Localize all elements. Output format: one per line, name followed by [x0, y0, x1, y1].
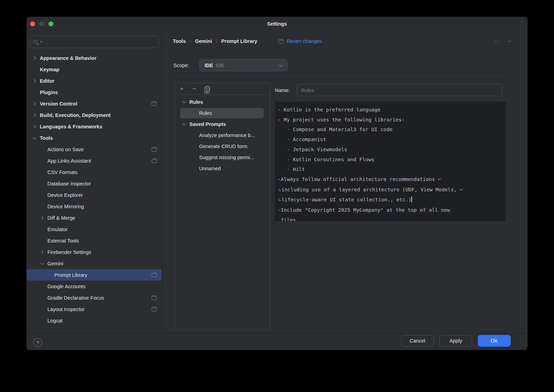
editor-line: files: [278, 215, 503, 221]
prompt-item-label: Rules: [199, 110, 212, 116]
settings-search-input[interactable]: [44, 39, 155, 45]
scope-row: Scope:: [173, 59, 189, 71]
sidebar-item-editor[interactable]: Editor: [27, 75, 162, 86]
sidebar-item-label: Gemini: [47, 261, 63, 266]
scope-dropdown[interactable]: IDE IDE: [199, 59, 287, 71]
sidebar-item-gradle-declarative-focus[interactable]: Gradle Declarative Focus: [27, 292, 162, 303]
chevron-right-icon[interactable]: [30, 102, 38, 105]
prompt-tree: RulesRulesSaved PromptsAnalyze performan…: [175, 97, 270, 174]
sidebar-item-device-mirroring[interactable]: Device Mirroring: [27, 201, 162, 212]
sidebar-item-logcat[interactable]: Logcat: [27, 315, 162, 326]
editor-line: ↳lifecycle-aware UI state collection., e…: [278, 195, 503, 205]
titlebar[interactable]: Settings: [27, 17, 527, 31]
chevron-right-icon[interactable]: [30, 57, 38, 59]
search-options-caret-icon[interactable]: [40, 41, 42, 43]
sidebar-item-version-control[interactable]: Version Control: [27, 98, 162, 109]
ide-settings-icon: [278, 39, 284, 44]
duplicate-prompt-button[interactable]: [203, 85, 211, 93]
ok-button[interactable]: OK: [478, 335, 511, 347]
sidebar-item-keymap[interactable]: Keymap: [27, 64, 162, 75]
prompt-item-unnamed[interactable]: Unnamed: [175, 163, 270, 174]
editor-line: - Kotlin is the preferred language: [278, 105, 503, 115]
prompt-group-saved-prompts[interactable]: Saved Prompts: [175, 119, 270, 130]
sidebar-item-languages-frameworks[interactable]: Languages & Frameworks: [27, 121, 162, 132]
sidebar-item-prompt-library[interactable]: Prompt Library: [27, 269, 162, 281]
chevron-right-icon[interactable]: [30, 125, 38, 128]
soft-wrap-end-icon: ↵: [460, 187, 464, 192]
sidebar-item-tools[interactable]: Tools: [27, 132, 162, 144]
forward-arrow-icon[interactable]: →: [506, 37, 512, 44]
cancel-button[interactable]: Cancel: [401, 335, 434, 347]
prompt-item-label: Unnamed: [199, 166, 221, 171]
chevron-right-icon[interactable]: [38, 217, 46, 219]
back-arrow-icon[interactable]: ←: [494, 37, 500, 44]
prompt-item-rules[interactable]: Rules: [175, 108, 270, 119]
sidebar-item-build-execution-deployment[interactable]: Build, Execution, Deployment: [27, 109, 162, 121]
breadcrumb-separator: ›: [190, 38, 191, 44]
soft-wrap-start-icon: ↳: [278, 197, 282, 202]
chevron-glyph: [40, 261, 44, 265]
prompt-name-input[interactable]: [297, 84, 502, 96]
sidebar-item-appearance-behavior[interactable]: Appearance & Behavior: [27, 52, 162, 64]
sidebar-item-diff-merge[interactable]: Diff & Merge: [27, 212, 162, 224]
sidebar-item-external-tools[interactable]: External Tools: [27, 235, 162, 246]
chevron-down-icon[interactable]: [180, 101, 188, 103]
sidebar-item-plugins[interactable]: Plugins: [27, 86, 162, 98]
sidebar-item-device-explorer[interactable]: Device Explorer: [27, 189, 162, 201]
revert-changes[interactable]: Revert changes: [278, 36, 322, 46]
sidebar-item-label: Appearance & Behavior: [40, 55, 97, 61]
chevron-right-icon[interactable]: [30, 114, 38, 116]
sidebar-item-label: Languages & Frameworks: [40, 124, 102, 129]
breadcrumb-gemini[interactable]: Gemini: [195, 38, 212, 44]
sidebar-item-actions-on-save[interactable]: Actions on Save: [27, 144, 162, 155]
prompt-item-generate-crud-form[interactable]: Generate CRUD form: [175, 141, 270, 152]
sidebar-item-label: Version Control: [40, 101, 77, 107]
settings-sidebar: Appearance & BehaviorKeymapEditorPlugins…: [27, 31, 162, 333]
sidebar-item-firebender-settings[interactable]: Firebender Settings: [27, 246, 162, 258]
prompt-group-label: Saved Prompts: [189, 121, 226, 127]
chevron-down-icon[interactable]: [30, 137, 38, 139]
sidebar-item-emulator[interactable]: Emulator: [27, 224, 162, 235]
chevron-right-icon[interactable]: [38, 251, 46, 253]
ide-settings-icon: [152, 307, 157, 311]
editor-line-text: including use of a layered architecture …: [282, 187, 460, 192]
breadcrumb-separator: ›: [216, 38, 217, 44]
text-caret: [411, 197, 412, 202]
chevron-glyph: [33, 136, 36, 139]
chevron-right-icon[interactable]: [30, 80, 38, 82]
search-icon: [33, 39, 39, 45]
remove-prompt-button[interactable]: −: [190, 85, 198, 93]
editor-line-text: - Accompanist: [278, 137, 326, 142]
prompt-editor[interactable]: - Kotlin is the preferred language- My p…: [275, 102, 506, 221]
prompt-item-label: Suggest missing permi...: [199, 155, 254, 160]
sidebar-item-label: Emulator: [47, 227, 68, 232]
prompt-item-suggest-missing-permi[interactable]: Suggest missing permi...: [175, 152, 270, 163]
sidebar-item-database-inspector[interactable]: Database Inspector: [27, 178, 162, 189]
ide-settings-icon: [152, 295, 157, 300]
prompt-item-analyze-performance-b[interactable]: Analyze performance b...: [175, 130, 270, 141]
editor-line-text: lifecycle-aware UI state collection., et…: [282, 197, 411, 202]
prompt-list-toolbar: + −: [175, 83, 270, 95]
sidebar-item-csv-formats[interactable]: CSV Formats: [27, 166, 162, 178]
add-prompt-button[interactable]: +: [178, 85, 186, 93]
breadcrumb-tools[interactable]: Tools: [173, 38, 186, 44]
breadcrumb-prompt-library[interactable]: Prompt Library: [221, 38, 257, 44]
chevron-down-icon[interactable]: [180, 124, 188, 125]
settings-window: Settings Appearance & BehaviorKeymapEdit…: [26, 17, 528, 350]
sidebar-item-label: Plugins: [40, 90, 58, 95]
chevron-down-icon[interactable]: [38, 263, 46, 264]
sidebar-item-label: External Tools: [47, 238, 79, 244]
revert-changes-link[interactable]: Revert changes: [287, 38, 322, 44]
soft-wrap-start-icon: ↳: [278, 187, 282, 192]
prompt-group-rules[interactable]: Rules: [175, 97, 270, 108]
settings-search-box[interactable]: [29, 36, 159, 48]
help-button[interactable]: ?: [33, 338, 42, 347]
sidebar-item-app-links-assistant[interactable]: App Links Assistant: [27, 155, 162, 166]
sidebar-item-gemini[interactable]: Gemini: [27, 258, 162, 269]
sidebar-item-label: Device Mirroring: [47, 204, 84, 209]
settings-content: Tools › Gemini › Prompt Library Revert c…: [162, 31, 528, 333]
sidebar-item-google-accounts[interactable]: Google Accounts: [27, 281, 162, 292]
apply-button[interactable]: Apply: [439, 335, 472, 347]
sidebar-item-label: Logcat: [47, 318, 63, 323]
sidebar-item-layout-inspector[interactable]: Layout Inspector: [27, 303, 162, 315]
